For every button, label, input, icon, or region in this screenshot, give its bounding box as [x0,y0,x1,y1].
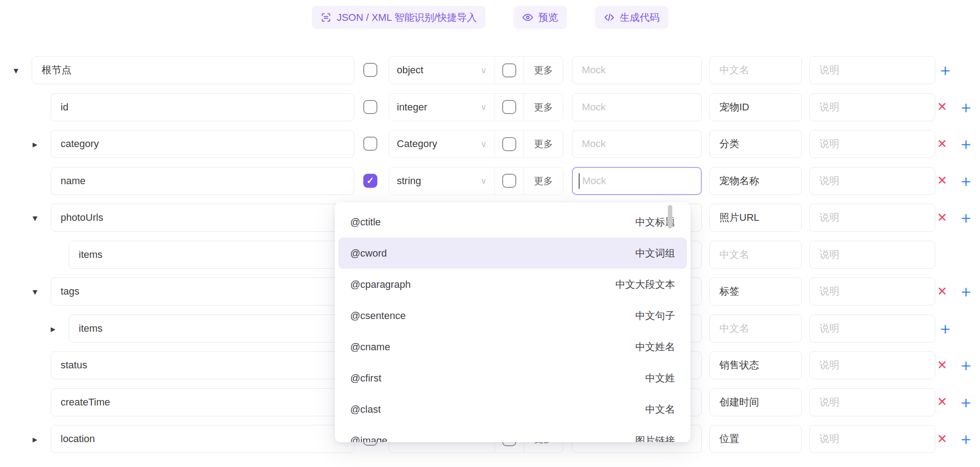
schema-row: ▾ object ∨ 更多 ＋ [0,56,980,84]
description-input[interactable] [809,167,935,195]
chinese-name-input[interactable] [709,388,802,416]
description-input[interactable] [809,241,935,269]
tree-caret-icon[interactable]: ▾ [33,287,38,296]
add-row-button[interactable]: ＋ [958,431,974,447]
field-name-input[interactable] [69,315,354,343]
preview-button[interactable]: 预览 [514,6,567,29]
json-xml-import-button[interactable]: JSON / XML 智能识别/快捷导入 [312,6,485,29]
mock-input[interactable] [572,130,702,158]
mock-option[interactable]: @cparagraph 中文大段文本 [335,269,690,300]
delete-row-button[interactable]: ✕ [937,101,947,113]
mock-option[interactable]: @cword 中文词组 [338,238,687,269]
type-select[interactable]: Category ∨ [389,130,495,157]
mock-option-tag: @clast [350,404,381,415]
mock-option-label: 中文词组 [635,247,675,260]
description-input[interactable] [809,315,935,343]
mock-input[interactable] [572,93,702,121]
more-button[interactable]: 更多 [524,57,563,84]
type-select[interactable]: string ∨ [389,167,495,195]
chinese-name-input[interactable] [709,56,802,84]
schema-editor: JSON / XML 智能识别/快捷导入 预览 生成代码 ▾ [0,0,980,467]
field-name-input[interactable] [51,388,354,416]
add-row-button[interactable]: ＋ [958,173,974,189]
mock-option[interactable]: @cfirst 中文姓 [335,362,690,394]
add-row-button[interactable]: ＋ [958,283,974,300]
secondary-checkbox[interactable] [502,137,516,151]
delete-row-button[interactable]: ✕ [937,212,947,224]
mock-option[interactable]: @ctitle 中文标题 [335,206,690,238]
description-input[interactable] [809,388,935,416]
delete-row-button[interactable]: ✕ [937,286,947,298]
secondary-checkbox[interactable] [502,174,516,188]
secondary-checkbox[interactable] [502,100,516,114]
description-input[interactable] [809,204,935,232]
add-row-button[interactable]: ＋ [958,99,974,115]
secondary-checkbox-cell [495,167,524,195]
row-actions: ✕ ＋ [937,388,974,416]
required-checkbox[interactable] [363,137,377,151]
chinese-name-input[interactable] [709,241,802,269]
tree-caret-icon[interactable]: ▸ [33,434,38,444]
field-name-input[interactable] [51,351,354,379]
more-button[interactable]: 更多 [524,94,563,121]
field-name-input[interactable] [51,277,354,305]
chinese-name-input[interactable] [709,351,802,379]
mock-option[interactable]: @image 图片链接 [335,425,690,442]
delete-row-button[interactable]: ✕ [937,396,947,408]
mock-option[interactable]: @cname 中文姓名 [335,331,690,362]
chinese-name-input[interactable] [709,204,802,232]
delete-row-button[interactable]: ✕ [937,175,947,187]
row-actions: ＋ [937,315,953,343]
field-name-input[interactable] [51,425,354,453]
add-row-button[interactable]: ＋ [958,136,974,152]
required-checkbox[interactable] [363,100,377,114]
mock-option[interactable]: @clast 中文名 [335,394,690,425]
mock-option[interactable]: @csentence 中文句子 [335,300,690,331]
more-button[interactable]: 更多 [524,167,563,195]
secondary-checkbox[interactable] [502,63,516,77]
generate-code-button[interactable]: 生成代码 [595,6,668,29]
description-input[interactable] [809,56,935,84]
field-name-input[interactable] [51,93,354,121]
field-name-input[interactable] [51,204,354,232]
more-button[interactable]: 更多 [524,130,563,157]
description-input[interactable] [809,425,935,453]
description-input[interactable] [809,130,935,158]
field-name-input[interactable] [69,241,354,269]
mock-option-label: 中文名 [645,403,675,416]
chinese-name-input[interactable] [709,277,802,305]
type-select[interactable]: object ∨ [389,57,495,84]
description-input[interactable] [809,277,935,305]
mock-input[interactable] [572,167,702,195]
scrollbar-thumb[interactable] [668,205,672,229]
description-input[interactable] [809,351,935,379]
mock-input[interactable] [572,56,702,84]
add-row-button[interactable]: ＋ [958,357,974,373]
field-name-input[interactable] [32,56,354,84]
required-checkbox[interactable] [363,63,377,77]
type-value: object [397,64,423,76]
chinese-name-input[interactable] [709,93,802,121]
add-row-button[interactable]: ＋ [958,394,974,410]
chinese-name-input[interactable] [709,167,802,195]
chinese-name-input[interactable] [709,130,802,158]
add-row-button[interactable]: ＋ [937,320,953,337]
schema-row: integer ∨ 更多 ✕ ＋ [0,93,980,121]
field-name-input[interactable] [51,167,354,195]
add-row-button[interactable]: ＋ [937,62,953,78]
chinese-name-input[interactable] [709,425,802,453]
tree-caret-icon[interactable]: ▾ [33,213,38,223]
tree-caret-icon[interactable]: ▸ [33,139,38,149]
tree-caret-icon[interactable]: ▾ [14,66,19,75]
add-row-button[interactable]: ＋ [958,210,974,226]
description-input[interactable] [809,93,935,121]
delete-row-button[interactable]: ✕ [937,138,947,150]
delete-row-button[interactable]: ✕ [937,433,947,445]
tree-caret-icon[interactable]: ▸ [51,324,56,333]
type-group: Category ∨ 更多 [389,130,563,158]
delete-row-button[interactable]: ✕ [937,359,947,372]
required-checkbox[interactable]: ✓ [363,174,377,188]
type-select[interactable]: integer ∨ [389,94,495,121]
field-name-input[interactable] [51,130,354,158]
chinese-name-input[interactable] [709,315,802,343]
